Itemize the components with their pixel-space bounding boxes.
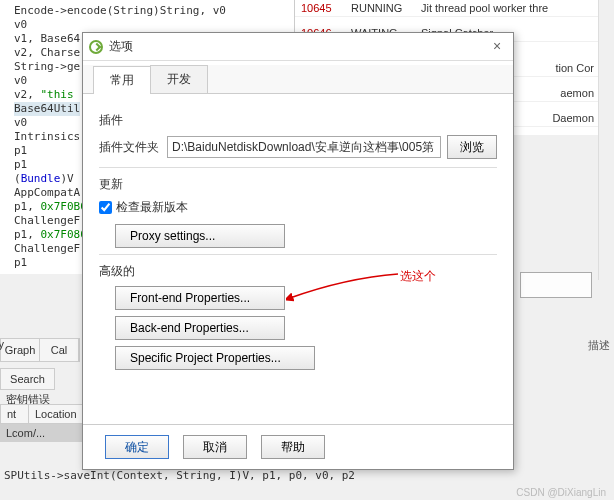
- app-icon: [89, 40, 103, 54]
- titlebar: 选项 ×: [83, 33, 513, 61]
- ok-button[interactable]: 确定: [105, 435, 169, 459]
- check-updates-checkbox[interactable]: [99, 201, 112, 214]
- dialog-tabs: 常用 开发: [83, 65, 513, 94]
- col-nt: nt: [1, 405, 29, 423]
- check-updates-label: 检查最新版本: [116, 199, 188, 216]
- update-section: 更新: [99, 176, 497, 193]
- view-toolbar: Graph Cal: [0, 338, 80, 362]
- tab-general[interactable]: 常用: [93, 66, 151, 94]
- search-button[interactable]: Search: [0, 368, 55, 390]
- browse-button[interactable]: 浏览: [447, 135, 497, 159]
- plugin-folder-input[interactable]: D:\BaiduNetdiskDownload\安卓逆向这档事\005第: [167, 136, 441, 158]
- front-end-properties-button[interactable]: Front-end Properties...: [115, 286, 285, 310]
- tab-dev[interactable]: 开发: [150, 65, 208, 93]
- watermark: CSDN @DiXiangLin: [516, 487, 606, 498]
- tab-graph[interactable]: Graph: [1, 339, 40, 361]
- cancel-button[interactable]: 取消: [183, 435, 247, 459]
- options-dialog: 选项 × 常用 开发 插件 插件文件夹 D:\BaiduNetdiskDownl…: [82, 32, 514, 470]
- proxy-settings-button[interactable]: Proxy settings...: [115, 224, 285, 248]
- status-bar: SPUtils->saveInt(Context, String, I)V, p…: [4, 469, 355, 482]
- dialog-footer: 确定 取消 帮助: [83, 424, 513, 469]
- tab-ply[interactable]: ply: [0, 338, 4, 350]
- angle-hint: [520, 272, 592, 298]
- plugin-section: 插件: [99, 112, 497, 129]
- desc-label: 描述: [588, 338, 610, 353]
- back-end-properties-button[interactable]: Back-end Properties...: [115, 316, 285, 340]
- close-icon[interactable]: ×: [487, 37, 507, 57]
- dialog-title: 选项: [109, 38, 133, 55]
- advanced-section: 高级的: [99, 263, 497, 280]
- tab-cal[interactable]: Cal: [40, 339, 79, 361]
- help-button[interactable]: 帮助: [261, 435, 325, 459]
- scrollbar[interactable]: [598, 0, 614, 280]
- specific-project-properties-button[interactable]: Specific Project Properties...: [115, 346, 315, 370]
- folder-label: 插件文件夹: [99, 139, 159, 156]
